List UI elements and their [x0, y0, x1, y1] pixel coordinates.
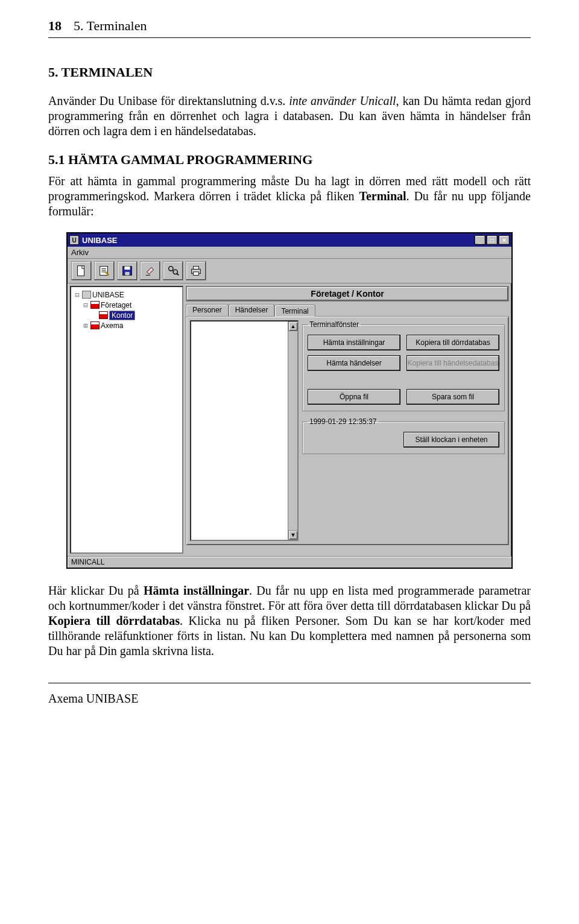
database-icon	[82, 291, 91, 299]
tab-panel: ▲ ▼ Terminalfönster Hämta inställningar …	[186, 316, 509, 545]
svg-rect-0	[78, 266, 84, 276]
tree-label: UNIBASE	[92, 291, 124, 299]
footer-rule	[48, 683, 531, 683]
panel-title: Företaget / Kontor	[186, 286, 509, 302]
tab-personer[interactable]: Personer	[186, 304, 229, 316]
hamta-installningar-button[interactable]: Hämta inställningar	[308, 335, 400, 350]
print-icon[interactable]	[186, 261, 206, 280]
group-terminal: Terminalfönster Hämta inställningar Kopi…	[302, 320, 505, 411]
toolbar	[68, 259, 511, 283]
folder-icon	[99, 311, 108, 319]
bold-term: Terminal	[359, 189, 406, 203]
result-paragraph: Här klickar Du på Hämta inställningar. D…	[48, 583, 531, 659]
group-legend: Terminalfönster	[308, 320, 361, 329]
header-rule	[48, 37, 531, 38]
intro-paragraph: Använder Du Unibase för direktanslutning…	[48, 93, 531, 139]
tree-node-axema[interactable]: ⊞Axema	[74, 320, 181, 331]
edit-icon[interactable]	[94, 261, 115, 280]
kopiera-handelsedatabas-button: Kopiera till händelsedatabas	[407, 355, 499, 371]
text: Här klickar Du på	[48, 584, 144, 597]
scroll-up-icon[interactable]: ▲	[288, 321, 298, 331]
folder-icon	[90, 321, 100, 329]
tree-node-office[interactable]: Kontor	[74, 310, 181, 320]
hamta-handelser-button[interactable]: Hämta händelser	[308, 355, 400, 371]
close-button[interactable]: ×	[499, 235, 510, 245]
tree-label: Företaget	[101, 301, 131, 309]
svg-point-9	[169, 267, 173, 271]
clock-legend: 1999-01-29 12:35:37	[308, 417, 378, 426]
tabs: Personer Händelser Terminal	[186, 304, 509, 316]
listbox[interactable]: ▲ ▼	[190, 320, 299, 541]
instruction-paragraph: För att hämta in gammal programmering må…	[48, 174, 531, 219]
stall-klockan-button[interactable]: Ställ klockan i enheten	[403, 432, 499, 448]
footer-text: Axema UNIBASE	[48, 692, 531, 706]
chapter-heading: 5. TERMINALEN	[48, 65, 531, 80]
page-number: 18	[48, 18, 62, 34]
menu-file[interactable]: Arkiv	[71, 248, 89, 257]
svg-line-12	[177, 274, 179, 276]
menubar: Arkiv	[68, 247, 511, 259]
scrollbar[interactable]: ▲ ▼	[288, 321, 297, 540]
statusbar: MINICALL	[68, 556, 511, 568]
tab-handelser[interactable]: Händelser	[229, 304, 275, 316]
group-clock: 1999-01-29 12:35:37 Ställ klockan i enhe…	[302, 417, 505, 454]
tree-root[interactable]: ⊟UNIBASE	[74, 290, 181, 300]
folder-icon	[90, 301, 100, 309]
maximize-button[interactable]: □	[487, 235, 498, 245]
svg-rect-6	[124, 267, 130, 270]
tree-label-selected: Kontor	[109, 311, 135, 320]
svg-rect-14	[193, 267, 198, 270]
tree-view[interactable]: ⊟UNIBASE ⊟Företaget Kontor ⊞Axema	[70, 286, 183, 554]
erase-icon[interactable]	[140, 261, 160, 280]
app-icon: U	[69, 235, 79, 245]
svg-rect-15	[193, 272, 198, 276]
section-name: 5. Terminalen	[74, 18, 147, 34]
emphasis: inte använder Unicall	[289, 94, 396, 107]
page-header: 18 5. Terminalen	[48, 18, 531, 34]
minimize-button[interactable]: _	[475, 235, 486, 245]
text: Använder Du Unibase för direktanslutning…	[48, 94, 289, 107]
oppna-fil-button[interactable]: Öppna fil	[308, 389, 400, 405]
spara-som-fil-button[interactable]: Spara som fil	[407, 389, 499, 405]
titlebar[interactable]: U UNIBASE _ □ ×	[68, 233, 511, 247]
save-icon[interactable]	[117, 261, 138, 280]
svg-point-10	[173, 270, 177, 274]
tree-node-company[interactable]: ⊟Företaget	[74, 300, 181, 310]
tab-terminal[interactable]: Terminal	[274, 305, 315, 317]
scroll-down-icon[interactable]: ▼	[288, 530, 298, 540]
search-icon[interactable]	[163, 261, 183, 280]
app-window: U UNIBASE _ □ × Arkiv ⊟UNIBASE ⊟Företage…	[66, 232, 513, 569]
kopiera-dorrdatabas-button[interactable]: Kopiera till dörrdatabas	[407, 335, 499, 350]
bold-term: Kopiera till dörrdatabas	[48, 614, 180, 627]
bold-term: Hämta inställningar	[144, 584, 249, 597]
subheading: 5.1 HÄMTA GAMMAL PROGRAMMERING	[48, 152, 531, 168]
window-title: UNIBASE	[82, 236, 475, 245]
status-text: MINICALL	[71, 558, 104, 566]
tree-label: Axema	[101, 321, 123, 330]
new-icon[interactable]	[71, 261, 92, 280]
svg-rect-7	[125, 272, 129, 276]
